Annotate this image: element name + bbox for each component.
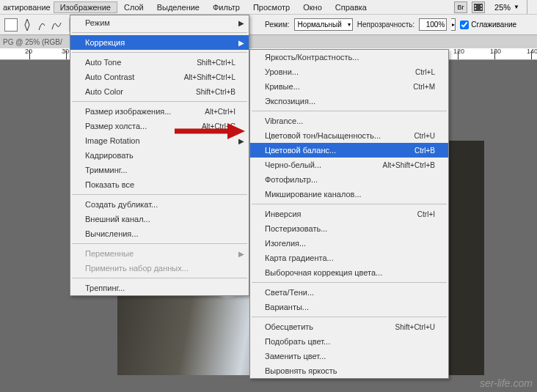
- menu-item-shortcut: Shift+Ctrl+U: [395, 323, 435, 331]
- adjustments-menu-item[interactable]: Заменить цвет...: [250, 349, 448, 363]
- menubar-item-help[interactable]: Справка: [329, 1, 373, 13]
- opacity-field[interactable]: 100%: [419, 18, 447, 31]
- menu-item-label: Инверсия: [265, 210, 395, 218]
- menu-item-shortcut: Shift+Ctrl+B: [196, 88, 235, 96]
- menubar-item-window[interactable]: Окно: [296, 1, 329, 13]
- menubar-item-view[interactable]: Просмотр: [246, 1, 296, 13]
- adjustments-menu-item[interactable]: Выровнять яркость: [250, 363, 448, 378]
- menubar-item-edit-truncated[interactable]: актирование: [0, 3, 54, 12]
- adjustments-menu-item[interactable]: Цветовой тон/Насыщенность...Ctrl+U: [250, 128, 448, 143]
- image-menu-item[interactable]: Показать все: [70, 177, 249, 192]
- image-menu-item[interactable]: Размер изображения...Alt+Ctrl+I: [70, 104, 249, 119]
- menu-item-label: Обесцветить: [265, 322, 373, 331]
- menu-item-label: Выборочная коррекция цвета...: [265, 268, 435, 277]
- image-menu: Режим▶Коррекция▶Auto ToneShift+Ctrl+LAut…: [70, 15, 249, 296]
- menubar-item-layer[interactable]: Слой: [117, 1, 150, 13]
- adjustments-menu-item[interactable]: Цветовой баланс...Ctrl+B: [250, 143, 448, 158]
- adjustments-menu-item[interactable]: Подобрать цвет...: [250, 334, 448, 349]
- menu-item-label: Коррекция: [85, 38, 235, 47]
- adjustments-menu-item[interactable]: Постеризовать...: [250, 221, 448, 236]
- menu-item-label: Размер изображения...: [85, 107, 183, 116]
- svg-rect-4: [481, 8, 482, 10]
- freeform-icon[interactable]: [51, 18, 62, 32]
- svg-rect-1: [475, 5, 476, 7]
- svg-marker-6: [227, 123, 245, 139]
- antialias-input[interactable]: [460, 21, 469, 29]
- antialias-checkbox[interactable]: Сглаживание: [460, 21, 516, 29]
- mode-label: Режим:: [265, 21, 290, 29]
- adjustments-menu-item[interactable]: Фотофильтр...: [250, 172, 448, 187]
- curve-icon[interactable]: [37, 18, 47, 32]
- image-menu-item[interactable]: Auto ColorShift+Ctrl+B: [70, 84, 249, 99]
- adjustments-menu-item[interactable]: Света/Тени...: [250, 285, 448, 300]
- image-menu-item[interactable]: Режим▶: [70, 15, 249, 30]
- menu-item-label: Треппинг...: [85, 284, 235, 292]
- menu-item-label: Выровнять яркость: [265, 366, 435, 375]
- watermark: ser-life.com: [480, 377, 533, 389]
- adjustments-menu-item[interactable]: Уровни...Ctrl+L: [250, 64, 448, 79]
- menu-item-shortcut: Alt+Shift+Ctrl+B: [383, 161, 435, 169]
- adjustments-menu-item[interactable]: ОбесцветитьShift+Ctrl+U: [250, 319, 448, 334]
- opacity-arrow-icon[interactable]: ▸: [451, 18, 456, 31]
- menu-item-shortcut: Ctrl+M: [413, 83, 435, 91]
- menubar-item-filter[interactable]: Фильтр: [206, 1, 246, 13]
- menu-item-label: Цветовой баланс...: [265, 146, 392, 155]
- menu-item-shortcut: Alt+Ctrl+I: [205, 108, 235, 116]
- image-menu-item[interactable]: Кадрировать: [70, 148, 249, 163]
- menubar-item-image[interactable]: Изображение: [54, 1, 117, 13]
- menu-item-label: Auto Contrast: [85, 73, 162, 81]
- image-menu-item: Применить набор данных...: [70, 261, 249, 275]
- menu-item-label: Создать дубликат...: [85, 200, 235, 209]
- image-menu-item[interactable]: Вычисления...: [70, 226, 249, 241]
- menu-item-shortcut: Ctrl+I: [417, 210, 435, 218]
- menu-item-shortcut: Shift+Ctrl+L: [197, 59, 235, 67]
- menu-item-label: Фотофильтр...: [265, 175, 435, 184]
- film-icon[interactable]: [472, 1, 485, 13]
- menubar: актирование Изображение Слой Выделение Ф…: [0, 0, 537, 15]
- adjustments-menu-item[interactable]: Варианты...: [250, 300, 448, 314]
- adjustments-menu-item[interactable]: Изогелия...: [250, 236, 448, 251]
- menu-item-shortcut: Ctrl+U: [414, 132, 435, 140]
- svg-rect-0: [474, 4, 483, 11]
- submenu-arrow-icon: ▶: [238, 250, 244, 258]
- menu-item-label: Auto Color: [85, 87, 174, 96]
- adjustments-menu-item[interactable]: Черно-белый...Alt+Shift+Ctrl+B: [250, 158, 448, 172]
- adjustments-menu-item[interactable]: Экспозиция...: [250, 94, 448, 108]
- menu-item-label: Экспозиция...: [265, 97, 435, 106]
- submenu-arrow-icon: ▶: [238, 39, 244, 47]
- adjustments-menu-item[interactable]: Микширование каналов...: [250, 187, 448, 201]
- menu-item-label: Света/Тени...: [265, 288, 435, 297]
- adjustments-menu-item[interactable]: Карта градиента...: [250, 251, 448, 265]
- image-menu-item[interactable]: Треппинг...: [70, 281, 249, 295]
- menu-item-label: Микширование каналов...: [265, 190, 435, 199]
- menu-item-shortcut: Ctrl+L: [415, 68, 435, 76]
- adjustments-menu-item[interactable]: Кривые...Ctrl+M: [250, 79, 448, 94]
- menu-item-label: Вычисления...: [85, 229, 235, 238]
- image-menu-item[interactable]: Внешний канал...: [70, 212, 249, 226]
- adjustments-menu-item[interactable]: Яркость/Контрастность...: [250, 50, 448, 64]
- image-menu-item[interactable]: Тримминг...: [70, 163, 249, 177]
- bridge-icon[interactable]: Br: [454, 1, 467, 13]
- image-menu-item[interactable]: Создать дубликат...: [70, 197, 249, 212]
- menu-item-label: Режим: [85, 18, 235, 27]
- menu-item-label: Яркость/Контрастность...: [265, 53, 435, 62]
- menu-item-label: Vibrance...: [265, 117, 435, 125]
- menubar-item-select[interactable]: Выделение: [150, 1, 206, 13]
- adjustments-menu-item[interactable]: Выборочная коррекция цвета...: [250, 265, 448, 280]
- menu-item-label: Черно-белый...: [265, 160, 361, 169]
- image-menu-item[interactable]: Auto ContrastAlt+Shift+Ctrl+L: [70, 70, 249, 84]
- menu-item-label: Auto Tone: [85, 58, 175, 67]
- menu-item-label: Варианты...: [265, 303, 435, 311]
- menu-item-label: Постеризовать...: [265, 224, 435, 233]
- tool-preset-icon[interactable]: [4, 18, 18, 32]
- blend-mode-select[interactable]: Нормальный: [294, 18, 353, 31]
- submenu-arrow-icon: ▶: [238, 19, 244, 27]
- image-menu-item[interactable]: Auto ToneShift+Ctrl+L: [70, 55, 249, 70]
- adjustments-menu-item[interactable]: ИнверсияCtrl+I: [250, 207, 448, 221]
- adjustments-menu-item[interactable]: Vibrance...: [250, 114, 448, 128]
- annotation-arrow: [172, 121, 245, 143]
- pen-icon[interactable]: [22, 18, 32, 32]
- zoom-level[interactable]: 25%▼: [494, 3, 519, 12]
- image-menu-item[interactable]: Коррекция▶: [70, 35, 249, 50]
- menu-item-label: Подобрать цвет...: [265, 337, 435, 346]
